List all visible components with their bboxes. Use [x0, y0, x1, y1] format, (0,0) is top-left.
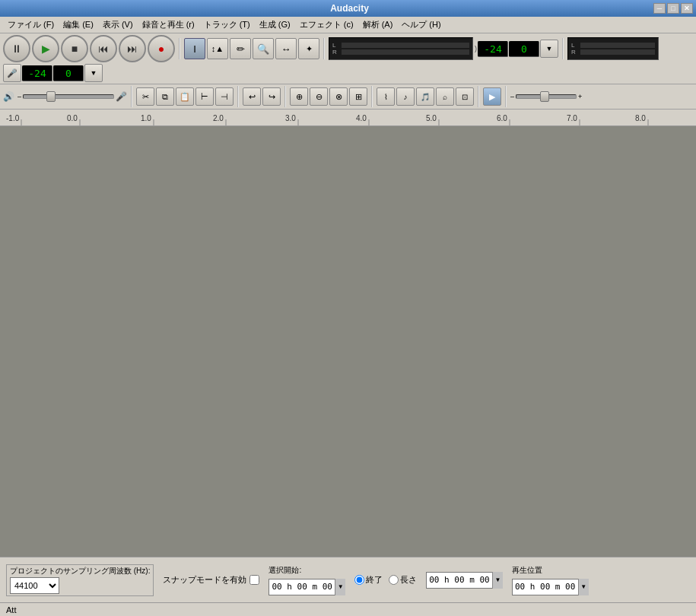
menu-track[interactable]: トラック (T): [199, 17, 255, 32]
speed-thumb[interactable]: [540, 91, 549, 102]
track-area[interactable]: [0, 126, 696, 557]
playback-pos-wrapper: 00 h 00 m 00 s ▼: [512, 579, 589, 595]
stop-icon: ■: [72, 43, 78, 55]
redo-button[interactable]: ↪: [262, 87, 281, 106]
key-button[interactable]: ♪: [396, 87, 415, 106]
selection-start-input-wrapper: 00 h 00 m 00 s ▼: [269, 579, 345, 595]
close-button[interactable]: ✕: [681, 3, 693, 14]
zoom-in-button[interactable]: ⊕: [290, 87, 308, 106]
copy-button[interactable]: ⧉: [156, 87, 174, 106]
minimize-button[interactable]: ─: [653, 3, 666, 14]
zoom-out-button[interactable]: ⊖: [310, 87, 328, 106]
ruler-tick-7: 7.0: [567, 114, 577, 122]
trim-button[interactable]: ⊢: [195, 87, 214, 106]
skip-back-button[interactable]: ⏮: [90, 35, 117, 62]
record-icon: ●: [158, 43, 164, 55]
record-meter-mic[interactable]: 🎤: [3, 64, 21, 82]
menu-view[interactable]: 表示 (V): [98, 17, 138, 32]
menu-file[interactable]: ファイル (F): [3, 17, 59, 32]
end-time-dropdown[interactable]: ▼: [492, 572, 503, 589]
ruler-tick-1: 1.0: [141, 114, 151, 122]
selection-start-input[interactable]: 00 h 00 m 00 s: [269, 579, 345, 595]
selection-start-value: 00 h 00 m 00 s: [272, 582, 342, 592]
maximize-button[interactable]: □: [667, 3, 679, 14]
separator-8: [478, 86, 479, 107]
length-radio[interactable]: [389, 575, 399, 585]
zoom-fit-button[interactable]: ⊞: [349, 87, 367, 106]
length-radio-label[interactable]: 長さ: [389, 574, 417, 586]
playback-pos-label: 再生位置: [512, 565, 589, 576]
playback-pos-input[interactable]: 00 h 00 m 00 s: [512, 579, 589, 595]
bottom-strip: Att: [0, 602, 696, 616]
menu-effect[interactable]: エフェクト (c): [295, 17, 358, 32]
fit-button[interactable]: ⊡: [456, 87, 474, 106]
playback-meter-dropdown[interactable]: ▼: [540, 40, 558, 58]
snap-checkbox[interactable]: [249, 575, 259, 585]
volume-dash: –: [17, 93, 21, 100]
pause-button[interactable]: ⏸: [3, 35, 30, 62]
ruler-tick-3: 3.0: [285, 114, 296, 122]
tool-draw[interactable]: ✏: [230, 38, 251, 59]
playback-meter-L: L: [332, 42, 469, 49]
menu-bar: ファイル (F) 編集 (E) 表示 (V) 録音と再生 (r) トラック (T…: [0, 17, 696, 33]
playback-meter: L R: [329, 37, 473, 60]
speed-slider[interactable]: [516, 94, 577, 99]
end-radio-label[interactable]: 終了: [354, 574, 383, 586]
menu-help[interactable]: ヘルプ (H): [397, 17, 445, 32]
cut-button[interactable]: ✂: [136, 87, 154, 106]
select-icon: I: [193, 43, 196, 55]
play-pos-button[interactable]: ▶: [483, 87, 501, 106]
title-bar: Audacity ─ □ ✕: [0, 0, 696, 17]
sample-rate-select[interactable]: 44100 48000 22050: [10, 577, 59, 594]
zoom-sel-button[interactable]: ⊗: [329, 87, 348, 106]
multitool-icon: ✦: [306, 44, 313, 54]
volume-thumb[interactable]: [46, 91, 56, 102]
ruler-tick-2: 2.0: [213, 114, 224, 122]
silence-button[interactable]: ⊣: [215, 87, 234, 106]
end-time-input[interactable]: 00 h 00 m 00 s: [426, 572, 503, 589]
mic-icon: 🎤: [116, 91, 127, 102]
volume-slider[interactable]: [23, 94, 114, 99]
sample-rate-label: プロジェクトのサンプリング周波数 (Hz):: [10, 567, 150, 576]
meter-L-bar: [342, 43, 469, 48]
zoom2-button[interactable]: ⌕: [436, 87, 454, 106]
meter-L-label: L: [332, 42, 340, 49]
selection-start-dropdown[interactable]: ▼: [335, 579, 345, 595]
key2-button[interactable]: 🎵: [416, 87, 434, 106]
timeline-ruler: -1.0 0.0 1.0 2.0 3.0 4.0 5.0 6.0 7.0 8: [0, 110, 696, 126]
playback-pos-dropdown[interactable]: ▼: [578, 579, 589, 595]
tool-multitool[interactable]: ✦: [298, 38, 319, 59]
menu-analyze[interactable]: 解析 (A): [358, 17, 398, 32]
end-radio[interactable]: [354, 575, 364, 585]
record-L-bar: [580, 43, 655, 48]
tool-envelope[interactable]: ↕▲: [207, 38, 228, 59]
envelope-icon: ↕▲: [211, 44, 224, 53]
menu-generate[interactable]: 生成 (G): [255, 17, 295, 32]
playback-db-zero: 0: [509, 41, 539, 57]
separator-3: [562, 38, 564, 59]
draw-icon: ✏: [237, 43, 245, 55]
separator-4: [131, 86, 132, 107]
snap-section: スナップモードを有効: [163, 574, 259, 586]
tool-select[interactable]: I: [184, 38, 205, 59]
undo-button[interactable]: ↩: [243, 87, 261, 106]
end-time-value: 00 h 00 m 00 s: [429, 575, 500, 585]
status-bar: プロジェクトのサンプリング周波数 (Hz): 44100 48000 22050…: [0, 557, 696, 602]
stop-button[interactable]: ■: [61, 35, 88, 62]
playback-pos-section: 再生位置 00 h 00 m 00 s ▼: [512, 565, 589, 595]
end-label: 終了: [366, 574, 383, 586]
spectrogram-button[interactable]: ⌇: [377, 87, 395, 106]
paste-button[interactable]: 📋: [176, 87, 194, 106]
tool-zoom[interactable]: 🔍: [253, 38, 274, 59]
play-button[interactable]: ▶: [32, 35, 59, 62]
record-meter-dropdown[interactable]: ▼: [84, 64, 103, 82]
playback-pos-value: 00 h 00 m 00 s: [515, 582, 586, 592]
tool-timeshift[interactable]: ↔: [275, 38, 297, 59]
ruler-tick-0: 0.0: [67, 114, 78, 122]
selection-start-section: 選択開始: 00 h 00 m 00 s ▼: [269, 565, 345, 595]
record-R-bar: [580, 49, 655, 55]
menu-record[interactable]: 録音と再生 (r): [138, 17, 199, 32]
menu-edit[interactable]: 編集 (E): [59, 17, 98, 32]
skip-fwd-button[interactable]: ⏭: [119, 35, 146, 62]
record-button[interactable]: ●: [148, 35, 175, 62]
